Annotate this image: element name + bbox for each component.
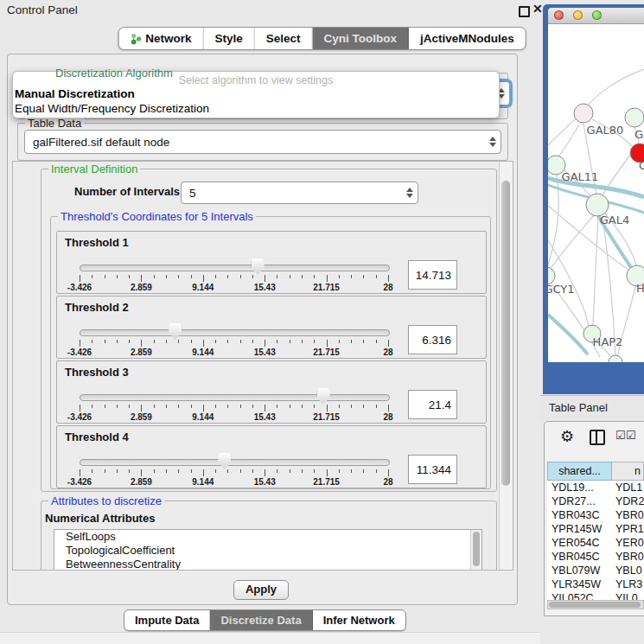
network-node-gal80[interactable] xyxy=(574,104,593,123)
attribute-item-topologicalcoefficient[interactable]: TopologicalCoefficient xyxy=(54,544,481,558)
network-edge[interactable] xyxy=(593,216,598,327)
table-row[interactable]: YLR345WYLR3 xyxy=(547,577,644,591)
checkbox-icon[interactable]: ☑ xyxy=(626,429,636,442)
checkbox-icon[interactable]: ☑ xyxy=(615,429,626,442)
table-row[interactable]: YPR145WYPR1 xyxy=(547,522,644,536)
cell-shared-name[interactable]: YLR345W xyxy=(547,577,612,591)
number-of-intervals-combobox[interactable]: 5 xyxy=(181,182,418,204)
network-node-gcy1[interactable] xyxy=(548,267,555,284)
tab-label: Network xyxy=(145,32,191,45)
network-graph: GAL80GACGAL11GAL4GCY1HHAP2 xyxy=(548,24,644,362)
cell-shared-name[interactable]: YBR043C xyxy=(547,508,612,522)
settings-vertical-scrollbar[interactable] xyxy=(499,162,513,570)
tab-infer-network[interactable]: Infer Network xyxy=(313,610,405,630)
tab-label: jActiveMNodules xyxy=(420,32,514,45)
table-horizontal-scrollbar[interactable] xyxy=(547,600,644,609)
threshold-slider-thumb[interactable] xyxy=(218,453,231,469)
float-window-icon[interactable] xyxy=(519,6,530,17)
dropdown-option-manual-discretization[interactable]: Manual Discretization xyxy=(13,86,499,101)
screen: Control Panel ✕ NetworkStyleSelectCyni T… xyxy=(0,0,644,644)
network-canvas[interactable]: GAL80GACGAL11GAL4GCY1HHAP2 xyxy=(548,24,644,362)
node-label-ga: GA xyxy=(634,128,644,141)
tab-cyni-toolbox[interactable]: Cyni Toolbox xyxy=(313,28,410,49)
mac-zoom-icon[interactable] xyxy=(592,10,602,20)
tab-jactivemnodules[interactable]: jActiveMNodules xyxy=(409,28,526,49)
threshold-slider-thumb[interactable] xyxy=(252,258,265,275)
threshold-value-field[interactable]: 14.713 xyxy=(408,260,457,290)
tab-discretize-data[interactable]: Discretize Data xyxy=(210,610,312,630)
cell-shared-name[interactable]: YBR045C xyxy=(547,550,612,564)
column-header-name[interactable]: n xyxy=(612,462,644,481)
table-row[interactable]: YDR27...YDR2 xyxy=(547,494,644,508)
dropdown-option-equal-width-frequency[interactable]: Equal Width/Frequency Discretization xyxy=(13,101,499,116)
threshold-value-field[interactable]: 11.344 xyxy=(408,455,457,484)
threshold-slider-track[interactable] xyxy=(80,329,390,336)
node-label-c: C xyxy=(639,159,644,172)
tick-label: 15.43 xyxy=(254,348,276,357)
cell-name[interactable]: YER0 xyxy=(612,536,644,550)
tab-select[interactable]: Select xyxy=(255,28,313,49)
tab-label: Style xyxy=(214,32,242,45)
cell-name[interactable]: YBR0 xyxy=(612,550,644,564)
cell-shared-name[interactable]: YBL079W xyxy=(547,564,612,577)
attribute-item-selfloops[interactable]: SelfLoops xyxy=(54,530,481,544)
column-layout-icon[interactable] xyxy=(590,430,605,445)
table-row[interactable]: YBR045CYBR0 xyxy=(547,550,644,564)
attributes-list-scrollbar[interactable] xyxy=(470,530,481,571)
network-icon xyxy=(130,33,141,45)
threshold-label: Threshold 1 xyxy=(65,236,129,249)
table-row[interactable]: YBL079WYBL0 xyxy=(547,564,644,577)
cell-name[interactable]: YBR0 xyxy=(612,508,644,522)
tab-style[interactable]: Style xyxy=(203,28,254,49)
cell-name[interactable]: YBL0 xyxy=(612,564,644,577)
network-edge-highlighted[interactable] xyxy=(548,315,588,354)
cell-name[interactable]: YDL1 xyxy=(612,481,644,494)
threshold-value-field[interactable]: 21.4 xyxy=(408,390,457,419)
cell-name[interactable]: YLR3 xyxy=(612,577,644,591)
table-row[interactable]: YDL19...YDL1 xyxy=(547,481,644,494)
table-data-combobox[interactable]: galFiltered.sif default node xyxy=(24,130,501,154)
thresholds-group-title: Threshold's Coordinates for 5 Intervals xyxy=(58,210,256,223)
cell-shared-name[interactable]: YER054C xyxy=(547,536,612,550)
network-node[interactable] xyxy=(625,108,644,127)
cell-shared-name[interactable]: YPR145W xyxy=(547,522,612,536)
slider-ruler xyxy=(80,469,388,477)
combo-stepper-icon[interactable] xyxy=(485,131,501,153)
threshold-slider-thumb[interactable] xyxy=(169,323,182,340)
attribute-item-betweennesscentrality[interactable]: BetweennessCentrality xyxy=(54,558,481,571)
table-row[interactable]: YER054CYER0 xyxy=(547,536,644,550)
threshold-slider-track[interactable] xyxy=(80,394,390,401)
mac-minimize-icon[interactable] xyxy=(573,10,583,20)
threshold-value-field[interactable]: 6.316 xyxy=(408,325,457,354)
threshold-slider-track[interactable] xyxy=(80,459,390,466)
tick-label: 9.144 xyxy=(192,348,214,357)
table-row[interactable]: YBR043CYBR0 xyxy=(547,508,644,522)
network-edge[interactable] xyxy=(603,216,615,355)
tick-label: 28 xyxy=(383,477,392,487)
table-panel-titlebar: Table Panel xyxy=(540,395,644,419)
network-edge[interactable] xyxy=(548,215,594,272)
cell-name[interactable]: YDR2 xyxy=(612,494,644,508)
cell-name[interactable]: YPR1 xyxy=(612,522,644,536)
tick-label: 2.859 xyxy=(131,283,152,292)
node-label-gcy1: GCY1 xyxy=(548,283,575,296)
settings-scroll-area: Interval Definition Number of Intervals … xyxy=(12,161,513,571)
control-panel-tab-bar: NetworkStyleSelectCyni ToolboxjActiveMNo… xyxy=(118,27,526,50)
threshold-slider-thumb[interactable] xyxy=(317,388,330,405)
close-icon[interactable]: ✕ xyxy=(532,2,543,16)
network-edge[interactable] xyxy=(587,69,644,106)
cell-shared-name[interactable]: YDL19... xyxy=(547,481,612,494)
combo-stepper-icon[interactable] xyxy=(402,182,418,203)
mac-close-icon[interactable] xyxy=(554,10,564,20)
cell-shared-name[interactable]: YDR27... xyxy=(547,494,612,508)
tab-network[interactable]: Network xyxy=(118,28,203,49)
tab-impute-data[interactable]: Impute Data xyxy=(124,610,210,630)
numerical-attributes-list[interactable]: SelfLoopsTopologicalCoefficientBetweenne… xyxy=(54,529,482,571)
threshold-slider-track[interactable] xyxy=(80,265,390,271)
tick-label: 9.144 xyxy=(192,477,214,487)
gear-icon[interactable]: ⚙ xyxy=(560,427,574,445)
network-edge[interactable] xyxy=(558,124,579,157)
apply-button[interactable]: Apply xyxy=(233,580,289,600)
column-header-shared-name[interactable]: shared... xyxy=(547,462,612,481)
tab-label: Cyni Toolbox xyxy=(324,32,398,45)
